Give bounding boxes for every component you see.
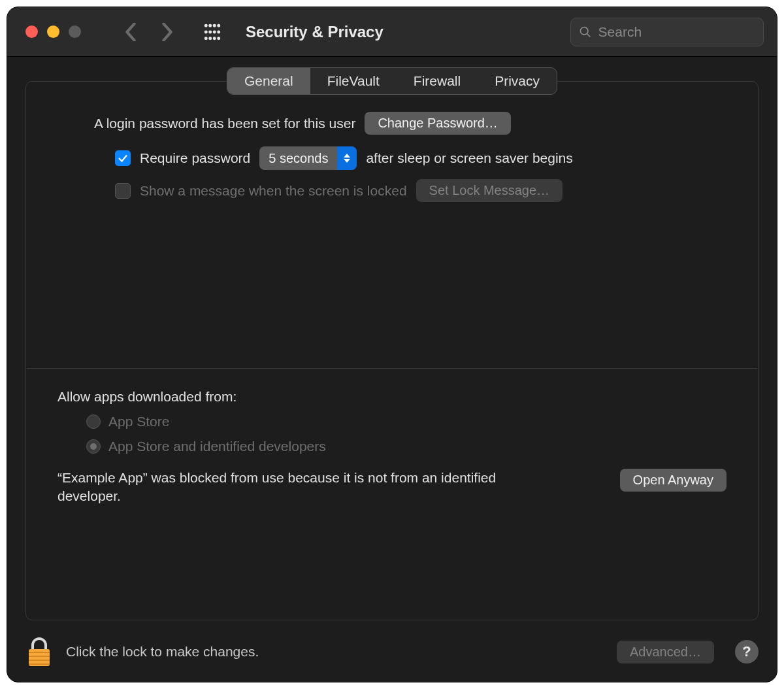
tab-general[interactable]: General [227,68,310,94]
content-area: General FileVault Firewall Privacy A log… [7,57,777,682]
general-pane: A login password has been set for this u… [25,81,759,620]
svg-point-4 [204,30,208,33]
login-password-row: A login password has been set for this u… [94,112,727,135]
zoom-window-button[interactable] [69,25,81,38]
search-input[interactable] [598,24,755,40]
minimize-window-button[interactable] [47,25,59,38]
footer: Click the lock to make changes. Advanced… [25,636,759,667]
require-password-delay-select[interactable]: 5 seconds [259,146,357,170]
change-password-button[interactable]: Change Password… [365,112,510,135]
search-icon [579,25,592,39]
allow-apps-option-appstore[interactable]: App Store [86,414,727,429]
apps-grid-icon [204,24,221,41]
require-password-row: Require password 5 seconds after sleep o… [115,146,727,170]
require-password-delay-value: 5 seconds [259,151,337,166]
show-all-prefs-button[interactable] [204,24,221,41]
radio-label: App Store and identified developers [108,439,326,454]
svg-rect-15 [29,660,50,661]
svg-point-1 [208,24,212,27]
login-password-text: A login password has been set for this u… [94,116,355,131]
svg-point-0 [204,24,208,27]
set-lock-message-button[interactable]: Set Lock Message… [416,179,563,202]
svg-rect-14 [29,656,50,657]
tab-firewall[interactable]: Firewall [397,68,478,94]
divider [27,368,757,369]
updown-arrows-icon [337,146,357,170]
show-lock-message-label: Show a message when the screen is locked [140,183,407,199]
tab-filevault[interactable]: FileVault [310,68,397,94]
svg-rect-16 [29,664,50,665]
svg-point-10 [213,37,216,40]
close-window-button[interactable] [25,25,38,38]
radio-button [86,439,101,454]
radio-button [86,414,101,429]
show-lock-message-checkbox[interactable] [115,183,131,199]
svg-point-9 [208,37,212,40]
allow-apps-title: Allow apps downloaded from: [57,389,727,405]
checkmark-icon [117,152,129,164]
advanced-button[interactable]: Advanced… [617,641,714,664]
window-controls [25,25,81,38]
allow-apps-section: Allow apps downloaded from: App Store Ap… [57,389,727,506]
svg-point-7 [217,30,220,33]
lock-icon [25,636,53,667]
radio-label: App Store [108,414,169,429]
blocked-app-message: “Example App” was blocked from use becau… [57,469,515,506]
after-sleep-text: after sleep or screen saver begins [366,150,572,166]
forward-button[interactable] [161,23,174,41]
lock-button[interactable] [25,636,53,667]
svg-point-2 [213,24,216,27]
svg-point-3 [217,24,220,27]
search-field[interactable] [570,18,764,46]
svg-point-11 [217,37,220,40]
lock-hint-text: Click the lock to make changes. [66,644,259,660]
svg-point-6 [213,30,216,33]
toolbar: Security & Privacy [7,7,777,57]
require-password-checkbox[interactable] [115,150,131,166]
show-lock-message-row: Show a message when the screen is locked… [115,179,727,202]
nav-arrows [124,23,174,41]
svg-point-5 [208,30,212,33]
tab-privacy[interactable]: Privacy [478,68,557,94]
require-password-label: Require password [140,150,250,166]
open-anyway-button[interactable]: Open Anyway [620,469,727,492]
help-button[interactable]: ? [735,640,759,664]
svg-rect-13 [29,652,50,653]
blocked-app-row: “Example App” was blocked from use becau… [57,469,727,506]
preferences-window: Security & Privacy General FileVault Fir… [7,7,777,682]
back-button[interactable] [124,23,137,41]
window-title: Security & Privacy [246,23,384,41]
tab-bar: General FileVault Firewall Privacy [227,67,557,95]
svg-point-8 [204,37,208,40]
allow-apps-option-identified-developers[interactable]: App Store and identified developers [86,439,727,454]
